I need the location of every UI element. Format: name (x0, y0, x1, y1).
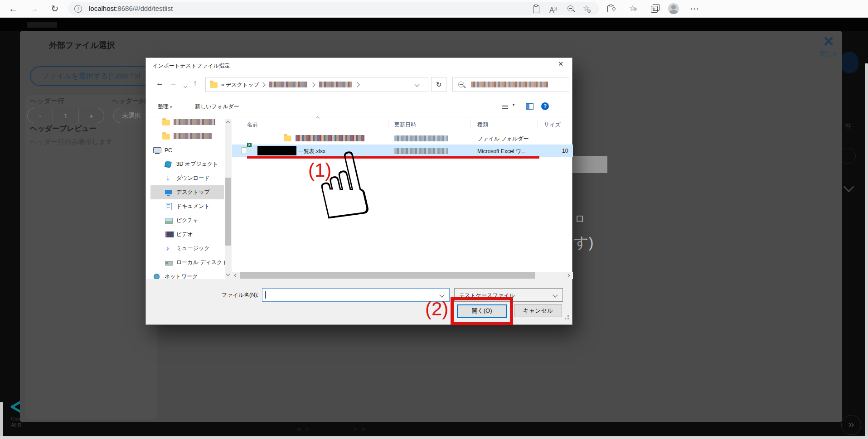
preview-pane-icon[interactable] (526, 103, 533, 110)
view-dropdown-icon[interactable]: ▾ (513, 103, 514, 107)
scrollbar-thumb[interactable] (225, 178, 231, 246)
file-size: 10 (562, 148, 568, 154)
header-row-stepper[interactable]: - 1 + (27, 108, 104, 123)
modal-close-button[interactable]: × 閉じる (814, 34, 843, 58)
modal-title: 外部ファイル選択 (49, 40, 115, 51)
file-row-excel[interactable]: X 一覧表.xlsx Microsoft Excel ワ... 10 (232, 145, 573, 157)
annotation-box (451, 297, 513, 325)
sidebar-item-desktop[interactable]: デスクトップ (150, 185, 224, 199)
refresh-button[interactable]: ↻ (431, 77, 446, 92)
stepper-plus-button[interactable]: + (79, 112, 104, 120)
breadcrumb-bar[interactable]: « デスクトップ (205, 77, 428, 92)
dialog-back-icon[interactable]: ← (156, 79, 164, 88)
breadcrumb-segment-redacted[interactable] (269, 82, 307, 87)
file-row-folder[interactable]: ファイル フォルダー (232, 132, 573, 144)
folder-icon (284, 135, 291, 141)
file-list-hscrollbar[interactable] (232, 272, 573, 279)
sidebar-item-videos[interactable]: ビデオ (150, 227, 224, 241)
dialog-close-icon[interactable]: × (554, 59, 567, 70)
stepper-minus-button[interactable]: - (28, 112, 53, 120)
column-type[interactable]: 種類 (477, 121, 488, 129)
view-list-icon[interactable] (502, 104, 508, 109)
hidden-count-suffix: 件 (845, 122, 852, 131)
annotation-underline (247, 156, 539, 159)
file-type: ファイル フォルダー (477, 135, 529, 143)
copyright-line2: All R (11, 422, 21, 428)
back-icon[interactable]: ← (5, 0, 21, 17)
breadcrumb-root[interactable]: « デスクトップ (221, 81, 259, 89)
3d-objects-icon (165, 161, 173, 168)
hidden-chevron-down-icon (845, 183, 853, 193)
breadcrumb-chevron-icon[interactable] (354, 82, 359, 87)
help-icon[interactable]: ? (541, 102, 549, 110)
downloads-icon: ↓ (165, 175, 173, 182)
filename-dropdown-icon[interactable] (439, 292, 444, 297)
url-text: localhost:8686/#/ddd/testlist (89, 2, 173, 15)
scroll-right-icon[interactable] (566, 274, 570, 277)
favorite-add-icon[interactable]: ☆⊕ (583, 2, 594, 16)
scroll-up-icon[interactable] (226, 121, 230, 125)
file-type: Microsoft Excel ワ... (477, 148, 526, 155)
dialog-recent-chevron-icon[interactable] (184, 82, 187, 89)
reload-icon[interactable]: ↻ (47, 0, 63, 17)
file-select-button[interactable]: ファイルを選択する(*.xlsx *.xl (30, 66, 161, 86)
hidden-text-2: す) (574, 233, 593, 253)
favorites-bar-icon[interactable]: ☆≡ (629, 2, 639, 16)
forward-icon[interactable]: → (26, 0, 42, 17)
sidebar-item-documents[interactable]: ドキュメント (150, 199, 224, 213)
dialog-forward-icon[interactable]: → (170, 79, 177, 88)
close-icon: × (814, 34, 843, 49)
pc-icon (153, 147, 161, 154)
window-edge-right[interactable] (865, 63, 868, 438)
new-folder-button[interactable]: 新しいフォルダー (195, 103, 239, 111)
settings-menu-icon[interactable]: ⋯ (690, 2, 699, 15)
column-name[interactable]: 名前 (247, 121, 258, 129)
clipboard-icon[interactable] (533, 5, 539, 13)
footer-expand-icon[interactable]: » (841, 415, 861, 435)
stepper-value: 1 (53, 112, 78, 120)
breadcrumb-segment-redacted[interactable] (319, 82, 352, 87)
scroll-left-icon[interactable] (234, 274, 238, 277)
zoom-out-icon[interactable] (567, 5, 573, 11)
collections-icon[interactable] (651, 6, 658, 13)
search-text-redacted (471, 82, 548, 87)
organize-menu[interactable]: 整理 ▾ (158, 103, 172, 111)
column-size[interactable]: サイズ (544, 121, 561, 129)
sidebar-item-music[interactable]: ♪ミュージック (150, 241, 224, 256)
sidebar-item-quickaccess[interactable] (150, 129, 224, 143)
sidebar-scrollbar[interactable] (225, 119, 232, 279)
breadcrumb-chevron-icon[interactable] (260, 82, 265, 87)
footer-pagination: « ‹ › » (297, 424, 366, 434)
page-info-icon[interactable]: i (74, 5, 82, 13)
dialog-up-icon[interactable]: ↑ (193, 79, 197, 88)
sidebar-item-downloads[interactable]: ↓ダウンロード (150, 171, 224, 185)
music-icon: ♪ (165, 245, 173, 252)
toolbar-divider (622, 4, 622, 13)
resize-grip[interactable] (565, 318, 566, 319)
breadcrumb-dropdown-icon[interactable] (414, 82, 419, 87)
address-bar[interactable]: i localhost:8686/#/ddd/testlist A)) ☆⊕ (68, 2, 599, 15)
sidebar-item-pc[interactable]: PC (150, 143, 224, 157)
sidebar-item-3d-objects[interactable]: 3D オブジェクト (150, 157, 224, 171)
sidebar-item-local-disk[interactable]: ローカル ディスク (C (150, 256, 224, 270)
sidebar-item-quickaccess[interactable] (150, 115, 224, 129)
cancel-button[interactable]: キャンセル (514, 304, 562, 317)
filename-input[interactable] (262, 288, 450, 302)
browser-toolbar: ← → ↻ i localhost:8686/#/ddd/testlist A)… (0, 0, 868, 18)
annotation-step2: (2) (425, 298, 448, 320)
sidebar-item-pictures[interactable]: ピクチャ (150, 213, 224, 227)
column-modified[interactable]: 更新日時 (394, 121, 416, 129)
app-header-logo (27, 22, 57, 28)
search-box[interactable] (452, 77, 569, 92)
scrollbar-thumb[interactable] (240, 272, 535, 279)
local-disk-icon (165, 259, 173, 266)
extensions-icon[interactable] (607, 5, 614, 12)
desktop-icon (165, 189, 173, 196)
read-aloud-icon[interactable]: A)) (549, 2, 557, 17)
scroll-down-icon[interactable] (226, 272, 230, 276)
sidebar-label-redacted (174, 133, 212, 139)
folder-icon (210, 82, 218, 88)
profile-avatar[interactable] (668, 3, 679, 14)
breadcrumb-chevron-icon[interactable] (310, 82, 315, 87)
header-preview-note: ヘッダー行のみ表示します (30, 138, 113, 146)
